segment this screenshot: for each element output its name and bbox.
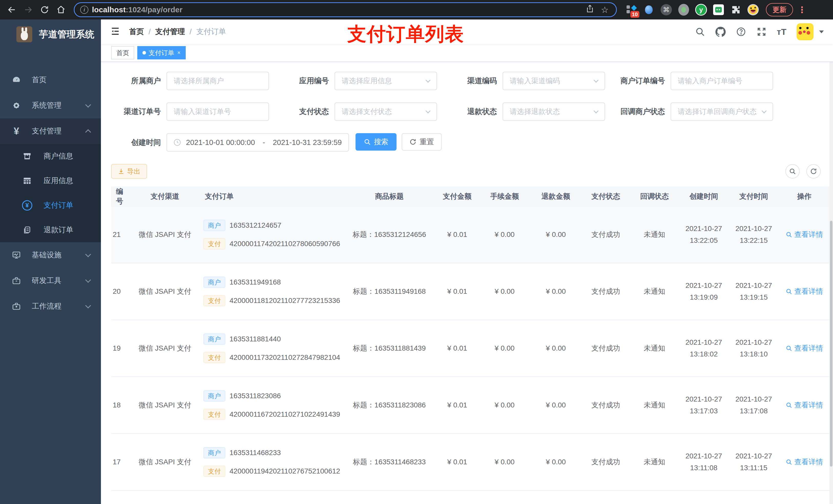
sidebar-item-pay-order[interactable]: ¥ 支付订单: [0, 193, 101, 218]
paid-time-cell: 2021-10-2713:17:08: [729, 393, 779, 417]
browser-reload-button[interactable]: [38, 3, 52, 17]
sidebar-item-home[interactable]: 首页: [0, 67, 101, 93]
breadcrumb-payment[interactable]: 支付管理: [155, 27, 185, 37]
extension-grid-icon[interactable]: 10: [625, 4, 637, 16]
extension-balloon-icon[interactable]: [643, 4, 655, 16]
close-icon[interactable]: ×: [177, 49, 181, 56]
avatar-caret-icon[interactable]: [819, 30, 824, 33]
view-detail-link[interactable]: 查看详情: [786, 400, 823, 410]
created-time-cell: 2021-10-2713:18:02: [679, 337, 729, 360]
pay-tag: 支付: [204, 352, 225, 363]
sidebar-item-merchant-info[interactable]: 商户信息: [0, 144, 101, 169]
column-header: 支付订单: [204, 192, 343, 201]
browser-home-button[interactable]: [54, 3, 68, 17]
pay-order-cell: 商户 1635311949168 支付 42000011812021102777…: [204, 277, 343, 306]
browser-update-button[interactable]: 更新: [766, 3, 793, 16]
callback-status-select[interactable]: 请选择订单回调商户状态: [671, 102, 773, 121]
search-icon: [786, 288, 792, 295]
table-body: 21 微信 JSAPI 支付 商户 1635312124657 支付 42000…: [111, 207, 830, 504]
briefcase-icon: [11, 302, 22, 311]
url-text: localhost:1024/pay/order: [92, 5, 182, 14]
sidebar-item-workflow[interactable]: 工作流程: [0, 293, 101, 319]
site-info-icon[interactable]: i: [80, 6, 88, 14]
profile-avatar[interactable]: [747, 4, 759, 15]
extension-chat-icon[interactable]: [713, 4, 724, 16]
extensions-puzzle-icon[interactable]: [730, 4, 742, 16]
search-icon: [786, 345, 792, 352]
search-icon: [364, 138, 371, 145]
fee-amount-cell: ¥ 0.00: [479, 401, 530, 409]
chevron-down-icon: [594, 78, 599, 83]
merchant-order-no: 1635311468233: [230, 449, 281, 457]
fullscreen-icon[interactable]: [756, 27, 767, 37]
sidebar-item-dev-tools[interactable]: 研发工具: [0, 268, 101, 293]
sidebar-item-app-info[interactable]: 应用信息: [0, 169, 101, 193]
created-time-cell: 2021-10-2713:22:05: [679, 223, 729, 246]
extension-command-icon[interactable]: ⌘: [660, 4, 672, 16]
help-icon[interactable]: [736, 27, 746, 37]
refund-amount-cell: ¥ 0.00: [530, 344, 581, 352]
paid-time-cell: 2021-10-2713:11:15: [729, 450, 779, 474]
refund-status-select[interactable]: 请选择退款状态: [503, 102, 605, 121]
scrollbar-thumb[interactable]: [830, 221, 832, 466]
extension-record-icon[interactable]: [678, 4, 690, 16]
sidebar-item-infra[interactable]: 基础设施: [0, 242, 101, 268]
view-detail-link[interactable]: 查看详情: [786, 230, 823, 239]
pay-status-cell: 支付成功: [581, 230, 630, 239]
view-detail-link[interactable]: 查看详情: [786, 287, 823, 296]
fee-amount-cell: ¥ 0.00: [479, 231, 530, 239]
create-time-range-picker[interactable]: 2021-10-01 00:00:00 - 2021-10-31 23:59:5…: [166, 133, 349, 152]
pay-amount-cell: ¥ 0.01: [435, 231, 479, 239]
chevron-down-icon: [85, 102, 91, 108]
active-dot: [142, 51, 146, 54]
sidebar-item-refund-order[interactable]: 退款订单: [0, 218, 101, 242]
browser-back-button[interactable]: [5, 3, 19, 17]
date-end: 2021-10-31 23:59:59: [273, 138, 342, 147]
paid-time-cell: 2021-10-2713:18:10: [729, 337, 779, 360]
tag-pay-order[interactable]: 支付订单 ×: [137, 46, 186, 59]
action-cell: 查看详情: [779, 400, 830, 410]
sidebar-item-system[interactable]: 系统管理: [0, 93, 101, 118]
breadcrumb-home[interactable]: 首页: [129, 27, 144, 37]
logo-image: [16, 26, 32, 42]
view-detail-link[interactable]: 查看详情: [786, 343, 823, 353]
tag-home[interactable]: 首页: [111, 46, 134, 59]
app-select[interactable]: 请选择应用信息: [335, 72, 437, 90]
channel-order-no-input[interactable]: 请输入渠道订单号: [166, 102, 269, 121]
refresh-table-button[interactable]: [806, 164, 821, 178]
sidebar-logo[interactable]: 芋道管理系统: [0, 20, 101, 49]
filter-label: 退款状态: [447, 106, 503, 117]
pay-status-select[interactable]: 请选择支付状态: [335, 102, 437, 121]
merchant-input[interactable]: 请选择所属商户: [166, 72, 269, 90]
sidebar-item-payment[interactable]: ¥ 支付管理: [0, 118, 101, 144]
search-button[interactable]: 搜索: [356, 133, 397, 150]
yen-circle-icon: ¥: [22, 200, 33, 211]
share-icon[interactable]: [584, 4, 596, 15]
toggle-search-button[interactable]: [785, 164, 800, 178]
breadcrumb-separator: /: [190, 28, 192, 36]
font-size-icon[interactable]: тT: [777, 27, 786, 37]
page-scrollbar[interactable]: [829, 62, 833, 504]
merchant-order-no-input[interactable]: 请输入商户订单编号: [671, 72, 773, 90]
merchant-order-no: 1635311881440: [230, 335, 281, 343]
channel-code-select[interactable]: 请输入渠道编码: [503, 72, 605, 90]
sidebar-collapse-icon[interactable]: [110, 26, 120, 38]
extension-y-icon[interactable]: y: [695, 4, 707, 16]
export-button[interactable]: 导出: [111, 164, 147, 179]
store-icon: [22, 152, 33, 161]
user-avatar[interactable]: [796, 23, 813, 40]
bookmark-star-icon[interactable]: ☆: [599, 5, 611, 15]
product-title-cell: 标题：1635311823086: [343, 400, 435, 410]
view-detail-link[interactable]: 查看详情: [786, 457, 823, 467]
extension-badge: 10: [630, 11, 639, 18]
chevron-down-icon: [426, 78, 431, 83]
browser-forward-button[interactable]: [21, 3, 35, 17]
pay-tag: 支付: [204, 238, 225, 249]
action-cell: 查看详情: [779, 457, 830, 467]
github-icon[interactable]: [715, 27, 726, 37]
reset-button[interactable]: 重置: [402, 133, 442, 150]
header-search-icon[interactable]: [695, 27, 705, 37]
pay-order-cell: 商户 1635311468233 支付 42000011942021102767…: [204, 447, 343, 477]
address-bar[interactable]: i localhost:1024/pay/order ☆: [74, 2, 617, 17]
browser-menu-icon[interactable]: ⋮: [798, 5, 806, 15]
